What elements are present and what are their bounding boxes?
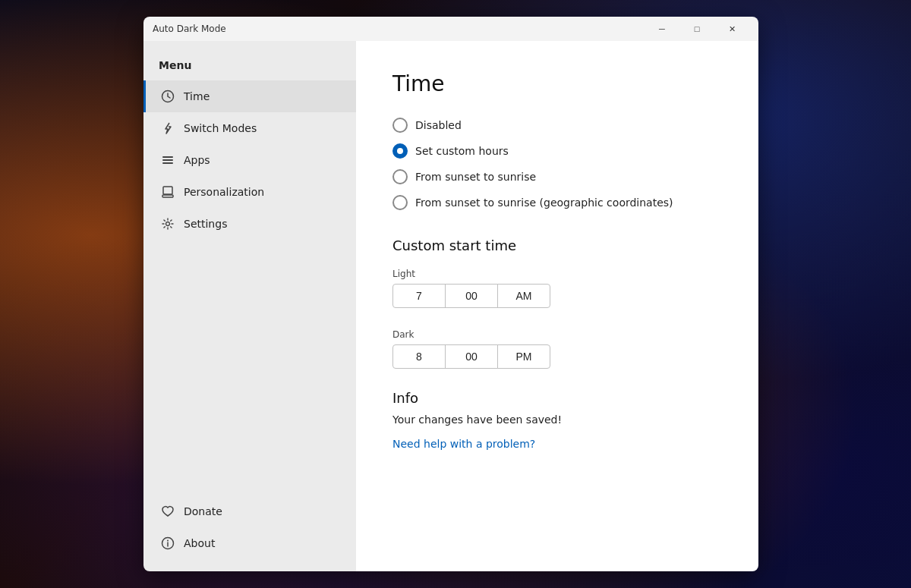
sidebar-menu-label: Menu: [143, 41, 356, 80]
brush-icon: [161, 185, 175, 199]
sidebar-item-time[interactable]: Time: [143, 80, 356, 112]
svg-point-9: [167, 540, 169, 542]
light-ampm-input[interactable]: [497, 284, 550, 308]
radio-disabled[interactable]: Disabled: [392, 118, 722, 133]
help-link[interactable]: Need help with a problem?: [392, 438, 535, 450]
sidebar-label-apps: Apps: [184, 154, 210, 166]
dark-ampm-input[interactable]: [497, 344, 550, 369]
dark-label: Dark: [392, 329, 722, 340]
dark-hour-input[interactable]: [392, 344, 446, 369]
sidebar-item-donate[interactable]: Donate: [143, 495, 356, 527]
light-time-inputs: [392, 284, 722, 308]
radio-circle-geo: [392, 195, 408, 210]
gear-icon: [161, 217, 175, 231]
radio-label-sunset-sunrise: From sunset to sunrise: [415, 171, 536, 183]
sidebar-bottom: Donate About: [143, 495, 356, 571]
list-icon: [161, 153, 175, 167]
sidebar-label-settings: Settings: [184, 218, 227, 230]
window-controls: ─ □ ✕: [645, 17, 749, 41]
radio-circle-disabled: [392, 118, 408, 133]
sidebar-item-settings[interactable]: Settings: [143, 208, 356, 240]
dark-time-section: Dark: [392, 329, 722, 369]
sidebar-item-switch-modes[interactable]: Switch Modes: [143, 112, 356, 144]
sidebar-label-donate: Donate: [184, 505, 222, 517]
maximize-button[interactable]: □: [679, 17, 714, 41]
info-saved-message: Your changes have been saved!: [392, 413, 722, 426]
custom-start-time-title: Custom start time: [392, 237, 722, 253]
clock-icon: [161, 90, 175, 103]
svg-rect-3: [162, 162, 173, 164]
page-title: Time: [392, 71, 722, 96]
sidebar-item-personalization[interactable]: Personalization: [143, 176, 356, 208]
svg-rect-4: [163, 187, 172, 194]
radio-group: Disabled Set custom hours From sunset to…: [392, 118, 722, 210]
content-area: Time Disabled Set custom hours From suns…: [356, 41, 758, 571]
titlebar: Auto Dark Mode ─ □ ✕: [143, 17, 758, 41]
info-icon: [161, 536, 175, 550]
dark-time-inputs: [392, 344, 722, 369]
app-body: Menu Time: [143, 41, 758, 571]
app-window: Auto Dark Mode ─ □ ✕ Menu Time: [143, 17, 758, 571]
svg-rect-1: [162, 156, 173, 158]
radio-label-disabled: Disabled: [415, 119, 462, 131]
sidebar-label-personalization: Personalization: [184, 186, 264, 198]
lightning-icon: [161, 121, 175, 135]
light-hour-input[interactable]: [392, 284, 446, 308]
dark-minute-input[interactable]: [445, 344, 498, 369]
radio-geo[interactable]: From sunset to sunrise (geographic coord…: [392, 195, 722, 210]
svg-rect-2: [162, 159, 173, 161]
sidebar-nav: Time Switch Modes: [143, 80, 356, 495]
light-minute-input[interactable]: [445, 284, 498, 308]
sidebar-label-about: About: [184, 537, 215, 549]
window-title: Auto Dark Mode: [153, 24, 645, 34]
radio-circle-custom-hours: [392, 143, 408, 159]
sidebar-label-time: Time: [184, 90, 210, 102]
light-label: Light: [392, 269, 722, 279]
light-time-section: Light: [392, 269, 722, 308]
radio-circle-sunset-sunrise: [392, 169, 408, 184]
sidebar-item-apps[interactable]: Apps: [143, 144, 356, 176]
radio-label-geo: From sunset to sunrise (geographic coord…: [415, 197, 673, 209]
radio-label-custom-hours: Set custom hours: [415, 145, 509, 157]
radio-custom-hours[interactable]: Set custom hours: [392, 143, 722, 159]
radio-sunset-sunrise[interactable]: From sunset to sunrise: [392, 169, 722, 184]
minimize-button[interactable]: ─: [645, 17, 679, 41]
sidebar: Menu Time: [143, 41, 356, 571]
close-button[interactable]: ✕: [714, 17, 749, 41]
sidebar-item-about[interactable]: About: [143, 527, 356, 559]
svg-point-6: [166, 222, 170, 226]
heart-icon: [161, 505, 175, 518]
sidebar-label-switch-modes: Switch Modes: [184, 122, 257, 134]
svg-rect-5: [162, 195, 173, 197]
info-title: Info: [392, 390, 722, 406]
